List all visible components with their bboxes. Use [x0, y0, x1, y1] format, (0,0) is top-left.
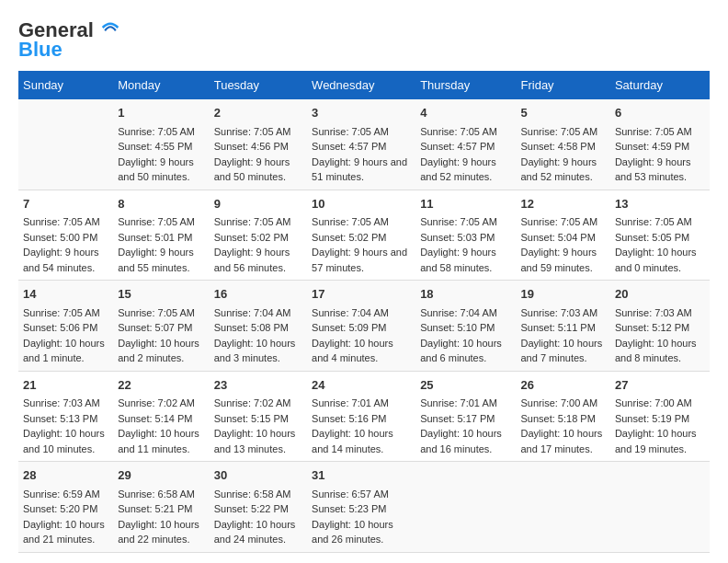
day-number: 28 [23, 466, 108, 485]
daylight-text: Daylight: 10 hours and 13 minutes. [214, 428, 296, 454]
daylight-text: Daylight: 10 hours and 6 minutes. [420, 338, 502, 364]
sunset-text: Sunset: 5:15 PM [214, 413, 289, 424]
sunrise-text: Sunrise: 7:05 AM [23, 216, 100, 227]
day-number: 7 [23, 195, 108, 213]
weekday-header-row: SundayMondayTuesdayWednesdayThursdayFrid… [18, 71, 710, 99]
day-cell: 28Sunrise: 6:59 AMSunset: 5:20 PMDayligh… [18, 462, 113, 553]
sunrise-text: Sunrise: 7:05 AM [118, 216, 195, 227]
day-number: 11 [420, 195, 511, 213]
day-number: 27 [615, 376, 705, 395]
day-number: 24 [312, 376, 411, 395]
sunset-text: Sunset: 5:06 PM [23, 322, 97, 333]
sunset-text: Sunset: 5:05 PM [615, 232, 689, 243]
sunrise-text: Sunrise: 7:05 AM [214, 216, 291, 227]
daylight-text: Daylight: 10 hours and 26 minutes. [312, 519, 393, 546]
sunrise-text: Sunrise: 7:05 AM [214, 126, 291, 137]
sunset-text: Sunset: 5:22 PM [214, 503, 289, 514]
day-cell: 20Sunrise: 7:03 AMSunset: 5:12 PMDayligh… [610, 281, 710, 372]
day-cell: 22Sunrise: 7:02 AMSunset: 5:14 PMDayligh… [113, 371, 210, 462]
calendar-table: SundayMondayTuesdayWednesdayThursdayFrid… [18, 71, 710, 553]
week-row-2: 7Sunrise: 7:05 AMSunset: 5:00 PMDaylight… [18, 190, 710, 281]
daylight-text: Daylight: 9 hours and 52 minutes. [521, 156, 597, 183]
sunrise-text: Sunrise: 7:05 AM [312, 216, 389, 227]
sunrise-text: Sunrise: 7:02 AM [214, 397, 291, 408]
daylight-text: Daylight: 10 hours and 11 minutes. [118, 428, 199, 454]
daylight-text: Daylight: 10 hours and 8 minutes. [615, 338, 697, 364]
page-header: General Blue [18, 18, 710, 62]
day-number: 15 [118, 285, 205, 304]
sunset-text: Sunset: 5:00 PM [23, 232, 97, 243]
day-cell: 23Sunrise: 7:02 AMSunset: 5:15 PMDayligh… [210, 371, 307, 462]
sunrise-text: Sunrise: 7:04 AM [214, 307, 291, 318]
day-cell: 15Sunrise: 7:05 AMSunset: 5:07 PMDayligh… [113, 281, 210, 372]
sunrise-text: Sunrise: 7:05 AM [420, 216, 497, 227]
sunset-text: Sunset: 4:56 PM [214, 141, 289, 152]
day-cell [415, 462, 516, 553]
day-number: 5 [521, 104, 606, 122]
day-number: 9 [214, 195, 302, 213]
day-number: 13 [615, 195, 705, 213]
daylight-text: Daylight: 9 hours and 55 minutes. [118, 247, 194, 273]
daylight-text: Daylight: 10 hours and 3 minutes. [214, 338, 296, 364]
sunset-text: Sunset: 5:04 PM [521, 232, 596, 243]
day-number: 19 [521, 285, 606, 304]
day-number: 3 [312, 104, 411, 122]
sunset-text: Sunset: 4:59 PM [615, 141, 689, 152]
sunrise-text: Sunrise: 7:05 AM [118, 307, 195, 318]
daylight-text: Daylight: 10 hours and 4 minutes. [312, 338, 393, 364]
weekday-header-tuesday: Tuesday [210, 71, 307, 99]
daylight-text: Daylight: 10 hours and 14 minutes. [312, 428, 393, 454]
calendar-header: SundayMondayTuesdayWednesdayThursdayFrid… [18, 71, 710, 99]
day-cell [18, 99, 113, 190]
sunrise-text: Sunrise: 7:04 AM [420, 307, 497, 318]
day-cell: 31Sunrise: 6:57 AMSunset: 5:23 PMDayligh… [307, 462, 415, 553]
sunrise-text: Sunrise: 7:05 AM [615, 216, 692, 227]
sunset-text: Sunset: 4:57 PM [420, 141, 495, 152]
sunset-text: Sunset: 4:58 PM [521, 141, 596, 152]
daylight-text: Daylight: 9 hours and 53 minutes. [615, 156, 691, 183]
day-number: 31 [312, 466, 411, 485]
day-cell: 10Sunrise: 7:05 AMSunset: 5:02 PMDayligh… [307, 190, 415, 281]
sunrise-text: Sunrise: 7:05 AM [615, 126, 692, 137]
week-row-5: 28Sunrise: 6:59 AMSunset: 5:20 PMDayligh… [18, 462, 710, 553]
sunset-text: Sunset: 5:07 PM [118, 322, 192, 333]
sunset-text: Sunset: 5:20 PM [23, 503, 97, 514]
sunrise-text: Sunrise: 7:01 AM [420, 397, 497, 408]
day-cell: 8Sunrise: 7:05 AMSunset: 5:01 PMDaylight… [113, 190, 210, 281]
weekday-header-wednesday: Wednesday [307, 71, 415, 99]
daylight-text: Daylight: 9 hours and 50 minutes. [214, 156, 290, 183]
sunrise-text: Sunrise: 7:05 AM [23, 307, 100, 318]
sunset-text: Sunset: 4:57 PM [312, 141, 386, 152]
day-cell: 21Sunrise: 7:03 AMSunset: 5:13 PMDayligh… [18, 371, 113, 462]
day-cell: 25Sunrise: 7:01 AMSunset: 5:17 PMDayligh… [415, 371, 516, 462]
sunset-text: Sunset: 5:01 PM [118, 232, 192, 243]
day-number: 1 [118, 104, 205, 122]
daylight-text: Daylight: 9 hours and 50 minutes. [118, 156, 194, 183]
day-cell: 14Sunrise: 7:05 AMSunset: 5:06 PMDayligh… [18, 281, 113, 372]
sunset-text: Sunset: 5:18 PM [521, 413, 596, 424]
day-cell: 29Sunrise: 6:58 AMSunset: 5:21 PMDayligh… [113, 462, 210, 553]
daylight-text: Daylight: 10 hours and 7 minutes. [521, 338, 603, 364]
day-cell: 18Sunrise: 7:04 AMSunset: 5:10 PMDayligh… [415, 281, 516, 372]
weekday-header-monday: Monday [113, 71, 210, 99]
day-cell: 1Sunrise: 7:05 AMSunset: 4:55 PMDaylight… [113, 99, 210, 190]
day-cell: 16Sunrise: 7:04 AMSunset: 5:08 PMDayligh… [210, 281, 307, 372]
sunset-text: Sunset: 5:13 PM [23, 413, 97, 424]
sunset-text: Sunset: 5:12 PM [615, 322, 689, 333]
sunrise-text: Sunrise: 7:00 AM [615, 397, 692, 408]
day-cell: 5Sunrise: 7:05 AMSunset: 4:58 PMDaylight… [517, 99, 610, 190]
daylight-text: Daylight: 10 hours and 17 minutes. [521, 428, 603, 454]
sunset-text: Sunset: 5:02 PM [214, 232, 289, 243]
day-cell: 7Sunrise: 7:05 AMSunset: 5:00 PMDaylight… [18, 190, 113, 281]
daylight-text: Daylight: 9 hours and 58 minutes. [420, 247, 496, 273]
day-number: 14 [23, 285, 108, 304]
daylight-text: Daylight: 9 hours and 54 minutes. [23, 247, 99, 273]
sunset-text: Sunset: 5:08 PM [214, 322, 289, 333]
day-cell [517, 462, 610, 553]
sunrise-text: Sunrise: 7:01 AM [312, 397, 389, 408]
sunrise-text: Sunrise: 6:58 AM [118, 488, 195, 500]
daylight-text: Daylight: 10 hours and 22 minutes. [118, 519, 199, 546]
day-number: 8 [118, 195, 205, 213]
day-cell: 9Sunrise: 7:05 AMSunset: 5:02 PMDaylight… [210, 190, 307, 281]
day-cell: 17Sunrise: 7:04 AMSunset: 5:09 PMDayligh… [307, 281, 415, 372]
